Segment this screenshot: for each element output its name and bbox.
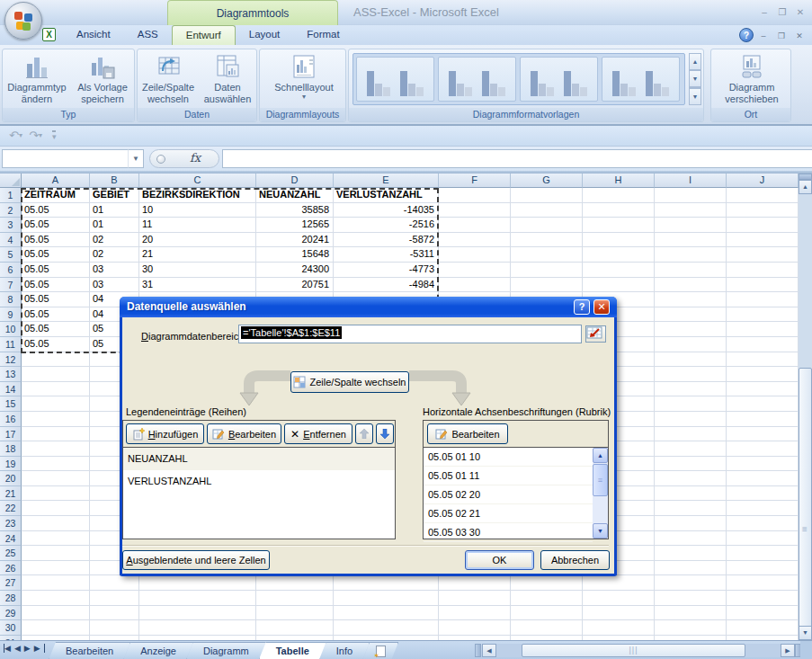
- cell-I27[interactable]: [655, 575, 727, 591]
- excel-icon[interactable]: X: [42, 28, 56, 41]
- cell-D4[interactable]: 20241: [256, 233, 334, 248]
- cell-G2[interactable]: [511, 203, 583, 218]
- cell-G29[interactable]: [511, 606, 583, 621]
- cell-H28[interactable]: [583, 591, 655, 606]
- cell-E5[interactable]: -5311: [334, 247, 439, 263]
- cell-I16[interactable]: [655, 412, 727, 427]
- ribbon-restore-icon[interactable]: ❐: [774, 31, 789, 42]
- vertical-split-handle[interactable]: [799, 174, 812, 180]
- cell-J23[interactable]: [727, 516, 799, 531]
- series-list[interactable]: NEUANZAHLVERLUSTANZAHL: [123, 447, 395, 539]
- save-as-template-button[interactable]: Als Vorlage speichern: [71, 52, 134, 105]
- cell-J26[interactable]: [727, 561, 799, 576]
- cell-I2[interactable]: [655, 203, 727, 218]
- cell-I6[interactable]: [655, 263, 727, 278]
- move-chart-button[interactable]: Diagramm verschieben: [720, 52, 783, 105]
- row-header-12[interactable]: 12: [0, 352, 22, 368]
- cell-G6[interactable]: [511, 263, 583, 278]
- cell-D29[interactable]: [256, 606, 334, 621]
- cell-H3[interactable]: [583, 218, 655, 233]
- scroll-up-icon[interactable]: ▲: [799, 180, 812, 194]
- cell-J17[interactable]: [727, 427, 799, 442]
- cell-F5[interactable]: [439, 247, 511, 263]
- horizontal-scroll-thumb[interactable]: |||: [522, 644, 745, 657]
- sheet-tab-anzeige[interactable]: Anzeige: [123, 642, 193, 659]
- cell-A13[interactable]: [22, 367, 90, 382]
- row-header-9[interactable]: 9: [0, 307, 22, 323]
- row-header-20[interactable]: 20: [0, 471, 22, 486]
- chart-style-thumbnail[interactable]: [356, 57, 434, 102]
- cell-J30[interactable]: [727, 620, 799, 636]
- cell-D30[interactable]: [256, 620, 334, 636]
- cell-J6[interactable]: [727, 263, 799, 278]
- cell-B27[interactable]: [90, 575, 139, 591]
- cell-I3[interactable]: [655, 218, 727, 233]
- row-header-16[interactable]: 16: [0, 412, 22, 427]
- column-header-J[interactable]: J: [727, 174, 799, 188]
- cell-A21[interactable]: [22, 486, 90, 502]
- cell-J4[interactable]: [727, 233, 799, 248]
- cell-A3[interactable]: 05.05: [22, 218, 90, 233]
- help-icon[interactable]: ?: [739, 28, 754, 42]
- cell-F30[interactable]: [439, 620, 511, 636]
- column-header-B[interactable]: B: [90, 174, 139, 188]
- insert-function-icon[interactable]: fx: [190, 151, 201, 165]
- ribbon-minimize-icon[interactable]: –: [756, 31, 771, 42]
- chart-style-thumbnail[interactable]: [438, 57, 516, 102]
- row-header-1[interactable]: 1: [0, 188, 22, 203]
- cell-E29[interactable]: [334, 606, 439, 621]
- redo-dropdown-icon[interactable]: ▾: [39, 131, 42, 139]
- office-button[interactable]: [4, 2, 42, 40]
- cell-I19[interactable]: [655, 457, 727, 472]
- minimize-icon[interactable]: –: [756, 6, 772, 19]
- column-header-A[interactable]: A: [22, 174, 90, 188]
- ribbon-tab-ansicht[interactable]: Ansicht: [63, 25, 124, 45]
- column-header-C[interactable]: C: [139, 174, 256, 188]
- cell-G28[interactable]: [511, 591, 583, 606]
- prev-sheet-icon[interactable]: ◀: [14, 644, 24, 653]
- select-data-button[interactable]: Daten auswählen: [199, 52, 256, 105]
- cell-I11[interactable]: [655, 337, 727, 352]
- cell-D28[interactable]: [256, 591, 334, 606]
- cell-J24[interactable]: [727, 531, 799, 547]
- cell-J19[interactable]: [727, 457, 799, 472]
- cell-F7[interactable]: [439, 278, 511, 293]
- cell-J9[interactable]: [727, 307, 799, 323]
- undo-dropdown-icon[interactable]: ▾: [19, 131, 22, 139]
- cell-A15[interactable]: [22, 396, 90, 412]
- cell-I29[interactable]: [655, 606, 727, 621]
- cell-C7[interactable]: 31: [139, 278, 256, 293]
- row-header-15[interactable]: 15: [0, 396, 22, 412]
- cell-I28[interactable]: [655, 591, 727, 606]
- cell-F6[interactable]: [439, 263, 511, 278]
- row-header-28[interactable]: 28: [0, 591, 22, 606]
- last-sheet-icon[interactable]: ▶: [34, 644, 45, 653]
- cell-B5[interactable]: 02: [90, 247, 139, 263]
- cell-C3[interactable]: 11: [139, 218, 256, 233]
- cell-H2[interactable]: [583, 203, 655, 218]
- cell-A24[interactable]: [22, 531, 90, 547]
- cell-F28[interactable]: [439, 591, 511, 606]
- quick-layout-button[interactable]: Schnelllayout ▾: [272, 52, 336, 101]
- cell-B29[interactable]: [90, 606, 139, 621]
- cell-A11[interactable]: 05.05: [22, 337, 90, 352]
- cell-D5[interactable]: 15648: [256, 247, 334, 263]
- cell-I10[interactable]: [655, 322, 727, 337]
- ribbon-tab-layout[interactable]: Layout: [236, 25, 294, 45]
- cell-I7[interactable]: [655, 278, 727, 293]
- name-box[interactable]: [2, 149, 128, 168]
- row-header-14[interactable]: 14: [0, 382, 22, 397]
- cell-B1[interactable]: GEBIET: [90, 188, 139, 203]
- category-item[interactable]: 05.05 02 20: [424, 485, 593, 504]
- row-header-22[interactable]: 22: [0, 501, 22, 516]
- sheet-tab-info[interactable]: Info: [319, 642, 370, 659]
- category-item[interactable]: 05.05 03 30: [424, 523, 593, 542]
- cell-A1[interactable]: ZEITRAUM: [22, 188, 90, 203]
- chart-style-thumbnail[interactable]: [520, 57, 598, 102]
- cell-E2[interactable]: -14035: [334, 203, 439, 218]
- cell-F27[interactable]: [439, 575, 511, 591]
- cell-J25[interactable]: [727, 546, 799, 561]
- cell-A30[interactable]: [22, 620, 90, 636]
- vertical-scrollbar[interactable]: ▲ ▼: [799, 174, 812, 640]
- redo-icon[interactable]: ↷: [29, 129, 39, 142]
